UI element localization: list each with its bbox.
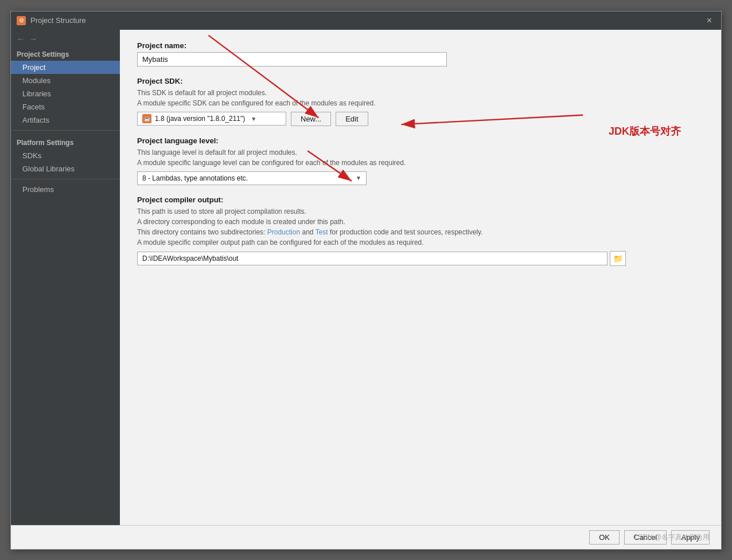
sidebar-item-artifacts[interactable]: Artifacts: [11, 113, 120, 127]
project-sdk-group: Project SDK: This SDK is default for all…: [137, 77, 704, 126]
project-structure-dialog: ⚙ Project Structure × ← → Project Settin…: [10, 11, 722, 550]
project-name-input[interactable]: [137, 52, 447, 66]
project-lang-group: Project language level: This language le…: [137, 136, 704, 185]
platform-settings-section: Platform Settings: [11, 134, 120, 149]
test-text: Test: [316, 228, 328, 236]
ok-button[interactable]: OK: [589, 530, 620, 545]
project-settings-section: Project Settings: [11, 46, 120, 61]
title-bar: ⚙ Project Structure ×: [11, 11, 721, 30]
dialog-title: Project Structure: [30, 16, 86, 25]
sidebar-item-project[interactable]: Project: [11, 61, 120, 74]
apply-button[interactable]: Apply: [671, 530, 710, 545]
sidebar-item-problems[interactable]: Problems: [11, 183, 120, 196]
jdk-annotation-text: JDK版本号对齐: [609, 124, 681, 138]
compiler-output-row: 📁: [137, 251, 704, 266]
sidebar: ← → Project Settings Project Modules Lib…: [11, 30, 120, 525]
sidebar-item-libraries[interactable]: Libraries: [11, 87, 120, 100]
sidebar-divider-2: [11, 179, 120, 179]
bottom-bar: OK Cancel Apply: [11, 525, 721, 549]
lang-value: 8 - Lambdas, type annotations etc.: [142, 174, 248, 182]
cancel-button[interactable]: Cancel: [624, 530, 667, 545]
sdk-icon: ☕: [142, 114, 151, 123]
project-lang-desc: This language level is default for all p…: [137, 147, 704, 168]
sidebar-divider: [11, 130, 120, 131]
nav-controls: ← →: [11, 32, 120, 46]
sidebar-item-facets[interactable]: Facets: [11, 100, 120, 113]
project-name-group: Project name:: [137, 41, 704, 66]
compiler-output-group: Project compiler output: This path is us…: [137, 195, 704, 266]
compiler-output-label: Project compiler output:: [137, 195, 704, 204]
bottom-right: OK Cancel Apply: [589, 530, 710, 545]
close-button[interactable]: ×: [703, 15, 715, 26]
back-button[interactable]: ←: [15, 34, 26, 44]
lang-dropdown-arrow: ▼: [356, 175, 361, 181]
compiler-output-desc: This path is used to store all project c…: [137, 206, 704, 248]
sdk-edit-button[interactable]: Edit: [336, 112, 368, 126]
language-level-dropdown[interactable]: 8 - Lambdas, type annotations etc. ▼: [137, 171, 367, 185]
sdk-value: 1.8 (java version "1.8.0_211"): [155, 115, 245, 123]
compiler-output-input[interactable]: [137, 252, 608, 265]
main-panel: Project name: Project SDK: This SDK is d…: [120, 30, 721, 525]
forward-button[interactable]: →: [28, 34, 38, 44]
sidebar-item-global-libraries[interactable]: Global Libraries: [11, 162, 120, 175]
project-name-label: Project name:: [137, 41, 704, 50]
project-sdk-desc1: This SDK is default for all project modu…: [137, 88, 704, 108]
content-area: ← → Project Settings Project Modules Lib…: [11, 30, 721, 525]
project-sdk-label: Project SDK:: [137, 77, 704, 85]
compiler-output-folder-button[interactable]: 📁: [610, 251, 626, 266]
sdk-new-button[interactable]: New...: [291, 112, 331, 126]
title-bar-left: ⚙ Project Structure: [17, 16, 86, 25]
app-icon: ⚙: [17, 16, 26, 25]
sdk-dropdown[interactable]: ☕ 1.8 (java version "1.8.0_211") ▼: [137, 112, 286, 126]
sdk-dropdown-arrow: ▼: [251, 116, 256, 122]
sidebar-item-sdks[interactable]: SDKs: [11, 149, 120, 162]
sidebar-item-modules[interactable]: Modules: [11, 74, 120, 87]
production-text: Production: [267, 228, 300, 236]
